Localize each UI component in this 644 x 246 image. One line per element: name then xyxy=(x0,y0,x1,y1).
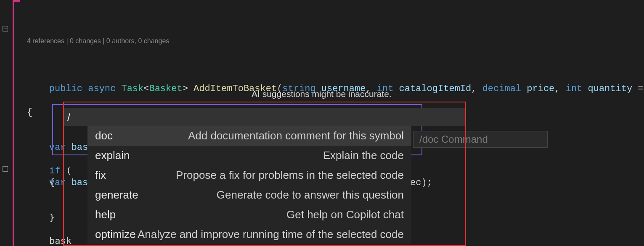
suggestion-name: optimize xyxy=(95,228,136,241)
fold-icon[interactable] xyxy=(3,166,8,172)
suggestion-doc[interactable]: doc Add documentation comment for this s… xyxy=(87,126,411,146)
editor-gutter xyxy=(0,0,12,246)
keyword: async xyxy=(88,84,116,94)
suggestion-help[interactable]: help Get help on Copilot chat xyxy=(87,205,411,225)
code-fragment: if ( xyxy=(27,165,72,176)
param: catalogItemId xyxy=(399,84,472,94)
suggestion-name: explain xyxy=(95,149,130,162)
copilot-prompt-input[interactable] xyxy=(63,108,466,126)
command-tooltip: /doc Command xyxy=(413,131,548,148)
suggestion-desc: Propose a fix for problems in the select… xyxy=(176,169,404,182)
suggestion-desc: Explain the code xyxy=(323,149,404,162)
suggestion-fix[interactable]: fix Propose a fix for problems in the se… xyxy=(87,165,411,185)
bracket-guide-top xyxy=(13,0,20,2)
suggestion-name: generate xyxy=(95,188,138,202)
param: quantity xyxy=(588,84,633,94)
fold-icon[interactable] xyxy=(3,26,8,31)
keyword: public xyxy=(49,84,82,94)
command-suggestion-list[interactable]: doc Add documentation comment for this s… xyxy=(87,126,411,244)
suggestion-name: help xyxy=(95,208,116,221)
suggestion-generate[interactable]: generate Generate code to answer this qu… xyxy=(87,185,411,205)
keyword: int xyxy=(566,84,583,94)
type: Basket xyxy=(149,84,182,94)
keyword: decimal xyxy=(482,84,521,94)
suggestion-desc: Add documentation comment for this symbo… xyxy=(188,129,404,142)
suggestion-desc: Analyze and improve running time of the … xyxy=(138,228,404,241)
brace: { xyxy=(27,107,32,118)
type: Task xyxy=(121,84,143,94)
suggestion-desc: Get help on Copilot chat xyxy=(286,208,404,221)
suggestion-desc: Generate code to answer this question xyxy=(217,188,404,202)
codelens[interactable]: 4 references | 0 changes | 0 authors, 0 … xyxy=(27,35,644,47)
code-fragment: { xyxy=(27,176,55,188)
code-fragment: } xyxy=(27,212,55,223)
code-fragment: bask xyxy=(27,235,72,246)
suggestion-explain[interactable]: explain Explain the code xyxy=(87,146,411,165)
ai-disclaimer: AI suggestions might be inaccurate. xyxy=(252,89,392,99)
bracket-guide xyxy=(13,0,14,246)
suggestion-name: doc xyxy=(95,129,113,142)
suggestion-name: fix xyxy=(95,169,106,182)
suggestion-optimize[interactable]: optimize Analyze and improve running tim… xyxy=(87,225,411,244)
param: price xyxy=(527,84,554,94)
